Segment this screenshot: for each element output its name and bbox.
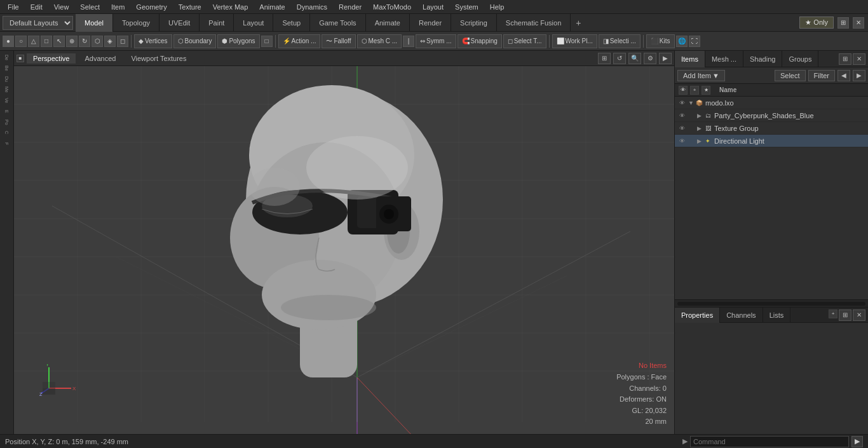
- sidebar-item-de[interactable]: De: [0, 52, 13, 62]
- menu-select[interactable]: Select: [75, 2, 105, 12]
- toolbar-select-icon[interactable]: ⬡: [92, 36, 103, 47]
- layout-tab-topology[interactable]: Topology: [113, 14, 159, 32]
- toolbar-rotate-icon[interactable]: ↻: [79, 36, 90, 47]
- menu-help[interactable]: Help: [485, 2, 510, 12]
- menu-dynamics[interactable]: Dynamics: [292, 2, 332, 12]
- falloff-button[interactable]: 〜 Falloff: [322, 34, 355, 48]
- menu-texture[interactable]: Texture: [173, 2, 207, 12]
- menu-view[interactable]: View: [49, 2, 74, 12]
- sidebar-item-e[interactable]: E: [0, 106, 13, 116]
- layout-grid-icon[interactable]: ⊞: [837, 17, 849, 29]
- boundary-button[interactable]: ⬡ Boundary: [173, 34, 217, 48]
- viewport-play-icon[interactable]: ▶: [659, 53, 672, 64]
- layout-tab-render[interactable]: Render: [410, 14, 451, 32]
- command-input[interactable]: [690, 436, 849, 447]
- menu-layout[interactable]: Layout: [417, 2, 449, 12]
- layout-tab-paint[interactable]: Paint: [200, 14, 234, 32]
- props-expand-icon[interactable]: ⊞: [839, 309, 851, 321]
- sidebar-item-dup[interactable]: Du: [0, 74, 13, 84]
- add-item-button[interactable]: Add Item ▼: [677, 70, 725, 81]
- props-tab-lists[interactable]: Lists: [763, 308, 791, 323]
- toolbar-select-mode-1[interactable]: ●: [3, 36, 14, 47]
- menu-animate[interactable]: Animate: [254, 2, 290, 12]
- snapping-button[interactable]: 🧲 Snapping: [458, 34, 502, 48]
- layout-tab-animate[interactable]: Animate: [366, 14, 410, 32]
- viewport-reset-icon[interactable]: ↺: [613, 53, 626, 64]
- viewport-zoom-icon[interactable]: 🔍: [628, 53, 641, 64]
- toolbar-select-mode-2[interactable]: ○: [15, 36, 27, 47]
- viewport-settings-icon[interactable]: ⚙: [644, 53, 656, 64]
- toolbar-loop-icon[interactable]: ◈: [104, 36, 116, 47]
- menu-file[interactable]: File: [3, 2, 24, 12]
- viewport-tab-textures[interactable]: Viewport Textures: [125, 53, 193, 64]
- props-tab-properties[interactable]: Properties: [675, 308, 720, 323]
- mesh-button[interactable]: ⬡ Mesh C ...: [357, 34, 402, 48]
- layout-close-icon[interactable]: ✕: [853, 17, 864, 29]
- layout-tab-model[interactable]: Model: [76, 14, 113, 32]
- sidebar-item-mes[interactable]: Me: [0, 85, 13, 95]
- toolbar-select-mode-4[interactable]: □: [41, 36, 52, 47]
- sidebar-item-f[interactable]: F: [0, 139, 13, 149]
- menu-maxtomodo[interactable]: MaxToModo: [368, 2, 416, 12]
- menu-vertexmap[interactable]: Vertex Map: [208, 2, 254, 12]
- right-tab-shading[interactable]: Shading: [743, 51, 782, 67]
- render-col-icon[interactable]: ★: [702, 86, 710, 95]
- toolbar-globe-icon[interactable]: 🌐: [676, 36, 688, 47]
- sidebar-item-poly[interactable]: Po: [0, 117, 13, 127]
- right-tab-groups[interactable]: Groups: [782, 51, 818, 67]
- toolbar-extra-icon[interactable]: □: [261, 36, 273, 47]
- layout-tab-uvedit[interactable]: UVEdit: [159, 14, 200, 32]
- right-panel-expand-icon[interactable]: ⊞: [839, 53, 851, 65]
- props-tab-channels[interactable]: Channels: [720, 308, 763, 323]
- item-row-directional-light[interactable]: 👁 ▶ ✦ Directional Light: [675, 135, 868, 147]
- selectt-button[interactable]: ◻ Select T...: [503, 34, 546, 48]
- symmetry-button[interactable]: ⇔ Symm ...: [416, 34, 456, 48]
- viewport-tab-advanced[interactable]: Advanced: [78, 53, 122, 64]
- item-scrollbar[interactable]: [677, 302, 865, 306]
- toolbar-fullscreen-icon[interactable]: ⛶: [689, 36, 700, 47]
- right-tab-mesh[interactable]: Mesh ...: [705, 51, 743, 67]
- select-button[interactable]: Select: [775, 70, 806, 81]
- layout-dropdown[interactable]: Default Layouts: [3, 16, 73, 30]
- vertices-button[interactable]: ◆ Vertices: [134, 34, 172, 48]
- layout-tab-layout[interactable]: Layout: [234, 14, 273, 32]
- layout-tab-schematic[interactable]: Schematic Fusion: [497, 14, 571, 32]
- right-panel-close-icon[interactable]: ✕: [853, 53, 865, 65]
- item-collapse-icon[interactable]: ◀: [837, 70, 850, 81]
- viewport-menu-btn[interactable]: ■: [17, 55, 24, 62]
- toolbar-scale-icon[interactable]: ⊕: [66, 36, 78, 47]
- toolbar-select-mode-3[interactable]: △: [28, 36, 39, 47]
- filter-button[interactable]: Filter: [808, 70, 835, 81]
- polygons-button[interactable]: ⬢ Polygons: [217, 34, 259, 48]
- item-row-cyberpunk[interactable]: 👁 ▶ 🗂 Party_Cyberpunk_Shades_Blue: [675, 109, 868, 122]
- kits-button[interactable]: ⬛ Kits: [646, 34, 675, 48]
- item-row-modo-lxo[interactable]: 👁 ▼ 📦 modo.lxo: [675, 97, 868, 109]
- layout-tab-gametools[interactable]: Game Tools: [310, 14, 366, 32]
- menu-render[interactable]: Render: [334, 2, 367, 12]
- vis-col-icon[interactable]: 👁: [679, 86, 688, 95]
- sidebar-item-vert[interactable]: Ve: [0, 95, 13, 105]
- execute-button[interactable]: ▶: [851, 436, 863, 447]
- viewport-tab-perspective[interactable]: Perspective: [27, 53, 76, 64]
- layout-tab-setup[interactable]: Setup: [273, 14, 310, 32]
- viewport-fit-icon[interactable]: ⊞: [598, 53, 611, 64]
- props-add-icon[interactable]: +: [829, 309, 837, 318]
- menu-item[interactable]: Item: [106, 2, 130, 12]
- layout-tab-scripting[interactable]: Scripting: [451, 14, 497, 32]
- layout-tab-add[interactable]: +: [571, 15, 586, 31]
- toolbar-pipe-icon[interactable]: |: [403, 36, 414, 47]
- action-button[interactable]: ⚡ Action ...: [278, 34, 321, 48]
- toolbar-edge-icon[interactable]: ◻: [117, 36, 128, 47]
- item-expand2-icon[interactable]: ▶: [853, 70, 865, 81]
- sidebar-item-be[interactable]: Be: [0, 63, 13, 73]
- sidebar-item-c[interactable]: C: [0, 128, 13, 138]
- star-only-button[interactable]: ★ Only: [799, 17, 834, 29]
- menu-system[interactable]: System: [450, 2, 484, 12]
- menu-edit[interactable]: Edit: [25, 2, 48, 12]
- toolbar-move-icon[interactable]: ↖: [53, 36, 65, 47]
- menu-geometry[interactable]: Geometry: [131, 2, 172, 12]
- viewport-3d[interactable]: X Y Z No Items Polygons : Face Channels:…: [14, 66, 674, 434]
- right-tab-items[interactable]: Items: [675, 51, 705, 67]
- selecti-button[interactable]: ◨ Selecti ...: [599, 34, 641, 48]
- workpl-button[interactable]: ⬜ Work Pl...: [552, 34, 597, 48]
